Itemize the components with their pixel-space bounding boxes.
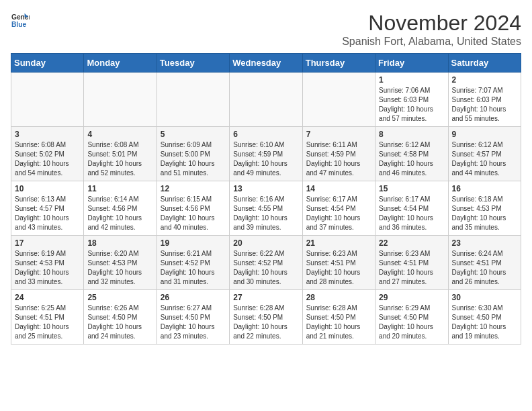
day-number: 1 <box>379 75 444 85</box>
weekday-header: Saturday <box>448 54 521 73</box>
calendar-cell: 28Sunrise: 6:28 AM Sunset: 4:50 PM Dayli… <box>302 290 375 345</box>
day-info: Sunrise: 6:17 AM Sunset: 4:54 PM Dayligh… <box>306 195 371 232</box>
day-info: Sunrise: 6:09 AM Sunset: 5:00 PM Dayligh… <box>161 140 226 178</box>
calendar-cell: 24Sunrise: 6:25 AM Sunset: 4:51 PM Dayli… <box>11 290 84 345</box>
day-info: Sunrise: 6:14 AM Sunset: 4:56 PM Dayligh… <box>87 195 152 232</box>
day-number: 4 <box>87 130 152 139</box>
calendar-week-row: 17Sunrise: 6:19 AM Sunset: 4:53 PM Dayli… <box>11 236 521 290</box>
day-number: 24 <box>15 293 80 302</box>
day-number: 28 <box>306 293 371 302</box>
calendar-cell: 16Sunrise: 6:18 AM Sunset: 4:53 PM Dayli… <box>448 181 521 236</box>
day-number: 30 <box>452 293 517 302</box>
weekday-header: Thursday <box>302 54 375 73</box>
calendar-cell: 6Sunrise: 6:10 AM Sunset: 4:59 PM Daylig… <box>230 127 302 181</box>
day-info: Sunrise: 6:17 AM Sunset: 4:54 PM Dayligh… <box>379 195 444 232</box>
day-number: 21 <box>306 238 371 248</box>
svg-text:Blue: Blue <box>11 21 27 28</box>
calendar-cell: 7Sunrise: 6:11 AM Sunset: 4:59 PM Daylig… <box>302 127 375 181</box>
weekday-header-row: SundayMondayTuesdayWednesdayThursdayFrid… <box>11 54 521 73</box>
day-info: Sunrise: 6:30 AM Sunset: 4:50 PM Dayligh… <box>452 304 517 341</box>
day-info: Sunrise: 6:08 AM Sunset: 5:01 PM Dayligh… <box>87 140 152 178</box>
calendar-cell: 30Sunrise: 6:30 AM Sunset: 4:50 PM Dayli… <box>448 290 521 345</box>
day-info: Sunrise: 6:19 AM Sunset: 4:53 PM Dayligh… <box>15 249 80 287</box>
day-number: 12 <box>161 184 226 193</box>
day-number: 22 <box>379 238 444 248</box>
calendar-cell: 22Sunrise: 6:23 AM Sunset: 4:51 PM Dayli… <box>375 236 448 290</box>
calendar-cell: 25Sunrise: 6:26 AM Sunset: 4:50 PM Dayli… <box>84 290 157 345</box>
day-info: Sunrise: 6:22 AM Sunset: 4:52 PM Dayligh… <box>233 249 298 287</box>
calendar-cell <box>302 73 375 127</box>
day-info: Sunrise: 6:26 AM Sunset: 4:50 PM Dayligh… <box>87 304 152 341</box>
day-number: 25 <box>87 293 152 302</box>
day-number: 19 <box>161 238 226 248</box>
calendar-cell: 17Sunrise: 6:19 AM Sunset: 4:53 PM Dayli… <box>11 236 84 290</box>
calendar-cell: 29Sunrise: 6:29 AM Sunset: 4:50 PM Dayli… <box>375 290 448 345</box>
day-info: Sunrise: 6:28 AM Sunset: 4:50 PM Dayligh… <box>306 304 371 341</box>
calendar-cell <box>11 73 84 127</box>
day-number: 13 <box>233 184 298 193</box>
day-number: 3 <box>15 130 80 139</box>
day-info: Sunrise: 6:23 AM Sunset: 4:51 PM Dayligh… <box>379 249 444 287</box>
day-number: 5 <box>161 130 226 139</box>
calendar-cell: 27Sunrise: 6:28 AM Sunset: 4:50 PM Dayli… <box>230 290 302 345</box>
calendar-cell: 3Sunrise: 6:08 AM Sunset: 5:02 PM Daylig… <box>11 127 84 181</box>
calendar-cell: 21Sunrise: 6:23 AM Sunset: 4:51 PM Dayli… <box>302 236 375 290</box>
calendar-cell: 10Sunrise: 6:13 AM Sunset: 4:57 PM Dayli… <box>11 181 84 236</box>
day-info: Sunrise: 6:08 AM Sunset: 5:02 PM Dayligh… <box>15 140 80 178</box>
calendar-week-row: 10Sunrise: 6:13 AM Sunset: 4:57 PM Dayli… <box>11 181 521 236</box>
day-info: Sunrise: 6:25 AM Sunset: 4:51 PM Dayligh… <box>15 304 80 341</box>
svg-text:General: General <box>11 13 30 21</box>
calendar-cell: 14Sunrise: 6:17 AM Sunset: 4:54 PM Dayli… <box>302 181 375 236</box>
calendar-cell <box>230 73 302 127</box>
calendar-week-row: 24Sunrise: 6:25 AM Sunset: 4:51 PM Dayli… <box>11 290 521 345</box>
day-number: 15 <box>379 184 444 193</box>
calendar-cell: 15Sunrise: 6:17 AM Sunset: 4:54 PM Dayli… <box>375 181 448 236</box>
day-info: Sunrise: 7:07 AM Sunset: 6:03 PM Dayligh… <box>452 86 517 124</box>
day-info: Sunrise: 6:23 AM Sunset: 4:51 PM Dayligh… <box>306 249 371 287</box>
weekday-header: Wednesday <box>230 54 302 73</box>
day-info: Sunrise: 6:16 AM Sunset: 4:55 PM Dayligh… <box>233 195 298 232</box>
day-number: 9 <box>452 130 517 139</box>
calendar-cell: 1Sunrise: 7:06 AM Sunset: 6:03 PM Daylig… <box>375 73 448 127</box>
calendar-cell <box>84 73 157 127</box>
day-number: 2 <box>452 75 517 85</box>
page-header: General Blue November 2024 Spanish Fort,… <box>11 11 521 48</box>
day-info: Sunrise: 6:28 AM Sunset: 4:50 PM Dayligh… <box>233 304 298 341</box>
logo: General Blue <box>11 11 30 30</box>
calendar-cell: 20Sunrise: 6:22 AM Sunset: 4:52 PM Dayli… <box>230 236 302 290</box>
calendar-cell: 11Sunrise: 6:14 AM Sunset: 4:56 PM Dayli… <box>84 181 157 236</box>
day-info: Sunrise: 6:15 AM Sunset: 4:56 PM Dayligh… <box>161 195 226 232</box>
day-number: 7 <box>306 130 371 139</box>
day-number: 14 <box>306 184 371 193</box>
weekday-header: Monday <box>84 54 157 73</box>
page-title: November 2024 <box>342 11 521 36</box>
day-info: Sunrise: 6:10 AM Sunset: 4:59 PM Dayligh… <box>233 140 298 178</box>
weekday-header: Friday <box>375 54 448 73</box>
calendar-cell: 23Sunrise: 6:24 AM Sunset: 4:51 PM Dayli… <box>448 236 521 290</box>
day-number: 11 <box>87 184 152 193</box>
logo-icon: General Blue <box>11 11 30 30</box>
calendar-cell: 12Sunrise: 6:15 AM Sunset: 4:56 PM Dayli… <box>157 181 229 236</box>
day-number: 8 <box>379 130 444 139</box>
day-number: 23 <box>452 238 517 248</box>
day-number: 17 <box>15 238 80 248</box>
day-info: Sunrise: 7:06 AM Sunset: 6:03 PM Dayligh… <box>379 86 444 124</box>
calendar-cell: 18Sunrise: 6:20 AM Sunset: 4:53 PM Dayli… <box>84 236 157 290</box>
day-number: 27 <box>233 293 298 302</box>
day-info: Sunrise: 6:12 AM Sunset: 4:57 PM Dayligh… <box>452 140 517 178</box>
calendar-cell: 4Sunrise: 6:08 AM Sunset: 5:01 PM Daylig… <box>84 127 157 181</box>
day-number: 18 <box>87 238 152 248</box>
day-info: Sunrise: 6:29 AM Sunset: 4:50 PM Dayligh… <box>379 304 444 341</box>
calendar-cell: 26Sunrise: 6:27 AM Sunset: 4:50 PM Dayli… <box>157 290 229 345</box>
day-info: Sunrise: 6:13 AM Sunset: 4:57 PM Dayligh… <box>15 195 80 232</box>
calendar-week-row: 1Sunrise: 7:06 AM Sunset: 6:03 PM Daylig… <box>11 73 521 127</box>
day-info: Sunrise: 6:20 AM Sunset: 4:53 PM Dayligh… <box>87 249 152 287</box>
calendar-cell: 9Sunrise: 6:12 AM Sunset: 4:57 PM Daylig… <box>448 127 521 181</box>
day-number: 16 <box>452 184 517 193</box>
calendar-week-row: 3Sunrise: 6:08 AM Sunset: 5:02 PM Daylig… <box>11 127 521 181</box>
calendar-cell: 5Sunrise: 6:09 AM Sunset: 5:00 PM Daylig… <box>157 127 229 181</box>
day-number: 6 <box>233 130 298 139</box>
calendar-cell: 13Sunrise: 6:16 AM Sunset: 4:55 PM Dayli… <box>230 181 302 236</box>
page-subtitle: Spanish Fort, Alabama, United States <box>342 36 521 48</box>
day-info: Sunrise: 6:12 AM Sunset: 4:58 PM Dayligh… <box>379 140 444 178</box>
